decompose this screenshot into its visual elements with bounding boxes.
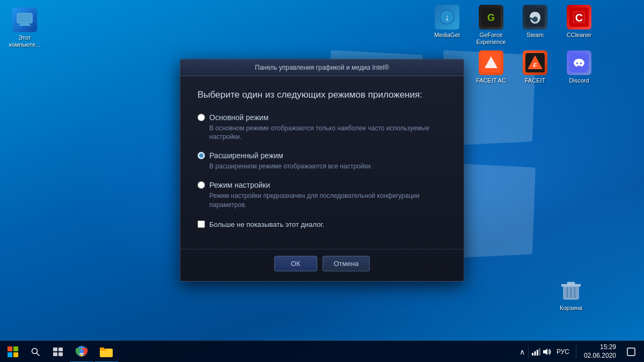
clock-divider xyxy=(576,345,576,358)
svg-rect-43 xyxy=(534,351,536,356)
svg-point-38 xyxy=(79,349,84,353)
svg-rect-45 xyxy=(539,348,540,356)
clock-time: 15:29 xyxy=(600,343,616,352)
radio-settings[interactable] xyxy=(197,181,205,189)
language-indicator[interactable]: РУС xyxy=(554,348,572,356)
dialog-title: Панель управления графикой и медиа Intel… xyxy=(255,64,389,71)
radio-label-row-settings: Режим настройки xyxy=(197,181,447,189)
svg-rect-47 xyxy=(627,348,635,356)
task-view-button[interactable] xyxy=(47,341,69,363)
radio-settings-label: Режим настройки xyxy=(209,181,270,189)
tray-network-icon[interactable] xyxy=(532,348,540,356)
radio-basic[interactable] xyxy=(197,114,205,121)
dialog-heading: Выберите один из следующих режимов прило… xyxy=(197,89,447,101)
radio-advanced-label: Расширенный режим xyxy=(209,151,283,160)
radio-advanced-desc: В расширенном режиме отображаются все на… xyxy=(209,162,447,171)
radio-label-row-advanced: Расширенный режим xyxy=(197,151,447,160)
taskbar: ∧ РУС 15:29 xyxy=(0,341,644,362)
radio-option-settings: Режим настройки Режим настройки предназн… xyxy=(197,181,447,210)
svg-rect-28 xyxy=(8,352,12,357)
svg-line-31 xyxy=(37,353,40,356)
radio-advanced[interactable] xyxy=(197,152,205,159)
svg-rect-44 xyxy=(537,350,538,356)
taskbar-left xyxy=(2,341,118,363)
taskbar-chrome-button[interactable] xyxy=(70,341,93,363)
system-tray: ∧ xyxy=(519,345,551,358)
taskbar-right: ∧ РУС 15:29 xyxy=(519,341,642,363)
dont-show-label: Больше не показывать этот диалог. xyxy=(209,220,324,228)
svg-rect-35 xyxy=(58,352,63,356)
svg-rect-29 xyxy=(13,352,18,357)
dialog-footer: ОК Отмена xyxy=(180,249,464,281)
start-button[interactable] xyxy=(2,341,24,363)
svg-rect-33 xyxy=(58,348,63,351)
svg-rect-27 xyxy=(13,346,18,351)
clock-date: 02.06.2020 xyxy=(584,352,616,360)
taskbar-explorer-button[interactable] xyxy=(94,341,118,363)
dialog-body: Выберите один из следующих режимов прило… xyxy=(180,76,464,248)
ok-button[interactable]: ОК xyxy=(274,256,317,271)
svg-rect-42 xyxy=(532,353,533,356)
search-button[interactable] xyxy=(25,341,46,363)
svg-rect-41 xyxy=(100,348,104,350)
dialog-titlebar: Панель управления графикой и медиа Intel… xyxy=(180,60,464,76)
radio-settings-desc: Режим настройки предназначен для последо… xyxy=(209,191,447,210)
tray-volume-icon[interactable] xyxy=(543,348,551,356)
radio-label-row-basic: Основной режим xyxy=(197,113,447,122)
dont-show-checkbox[interactable] xyxy=(197,220,205,228)
dialog-overlay: Панель управления графикой и медиа Intel… xyxy=(0,0,644,362)
intel-graphics-dialog: Панель управления графикой и медиа Intel… xyxy=(180,59,464,281)
radio-option-advanced: Расширенный режим В расширенном режиме о… xyxy=(197,151,447,171)
radio-option-basic: Основной режим В основном режиме отображ… xyxy=(197,113,447,142)
svg-rect-32 xyxy=(53,348,57,351)
dont-show-checkbox-row: Больше не показывать этот диалог. xyxy=(197,220,447,228)
cancel-button[interactable]: Отмена xyxy=(323,256,370,271)
svg-marker-46 xyxy=(543,349,547,355)
tray-show-hidden[interactable]: ∧ xyxy=(519,348,525,356)
tray-divider xyxy=(528,345,529,358)
radio-basic-desc: В основном режиме отображаются только на… xyxy=(209,124,447,142)
svg-rect-26 xyxy=(8,346,12,351)
radio-basic-label: Основной режим xyxy=(209,113,268,122)
svg-rect-34 xyxy=(53,352,57,356)
notification-button[interactable] xyxy=(623,341,640,363)
mode-radio-group: Основной режим В основном режиме отображ… xyxy=(197,113,447,210)
taskbar-clock[interactable]: 15:29 02.06.2020 xyxy=(581,343,619,360)
